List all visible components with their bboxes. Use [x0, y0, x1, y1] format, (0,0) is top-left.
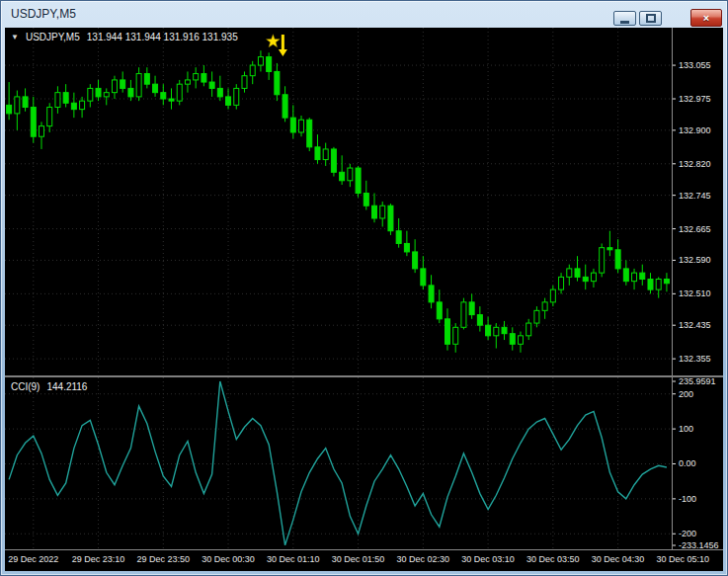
cci-indicator-chart[interactable]: 235.95912001000.00-100-200-233.1456 [5, 377, 723, 549]
minimize-button[interactable] [613, 11, 636, 26]
price-axis-label: 132.665 [679, 224, 711, 234]
chevron-down-icon[interactable]: ▼ [11, 33, 19, 41]
cci-axis-label: 200 [679, 389, 693, 399]
cci-axis-label: -100 [679, 494, 696, 504]
time-axis-label: 29 Dec 23:50 [137, 554, 191, 564]
indicator-label: CCI(9) 144.2116 [11, 381, 87, 392]
price-axis-label: 132.900 [679, 125, 711, 135]
time-axis-label: 30 Dec 00:30 [202, 554, 255, 564]
time-axis-label: 30 Dec 02:30 [397, 554, 450, 564]
cci-axis-label: -200 [679, 529, 696, 538]
time-axis-label: 30 Dec 04:30 [592, 554, 645, 564]
cci-axis-label: 100 [679, 424, 693, 434]
time-axis-label: 30 Dec 01:10 [267, 554, 320, 564]
cci-axis-label: 235.9591 [679, 377, 716, 386]
price-axis: 133.055132.975132.900132.820132.745132.6… [672, 28, 711, 375]
chart-ohlc-readout: ▼ USDJPY,M5 131.944 131.944 131.916 131.… [11, 32, 238, 42]
indicator-name: CCI(9) [11, 381, 40, 392]
minimize-icon [620, 21, 629, 24]
price-candlestick-chart[interactable]: 133.055132.975132.900132.820132.745132.6… [5, 28, 723, 375]
cci-grid [5, 377, 672, 549]
price-axis-label: 132.820 [679, 159, 711, 169]
cci-axis: 235.95912001000.00-100-200-233.1456 [672, 377, 719, 549]
signal-marker[interactable] [267, 35, 287, 56]
time-axis-label: 30 Dec 03:50 [526, 554, 580, 564]
price-axis-label: 132.745 [679, 191, 711, 201]
window-titlebar[interactable]: USDJPY,M5 × [1, 1, 727, 28]
cci-line [9, 381, 667, 545]
maximize-icon [646, 14, 656, 23]
time-axis-label: 30 Dec 05:10 [657, 554, 710, 564]
indicator-value: 144.2116 [46, 381, 87, 392]
price-axis-label: 132.975 [679, 94, 711, 104]
mt4-chart-window: USDJPY,M5 × 133.055132.975132.900132.820… [0, 0, 728, 576]
maximize-button[interactable] [639, 11, 662, 26]
time-axis-label: 30 Dec 01:50 [332, 554, 385, 564]
star-icon [267, 35, 281, 47]
price-axis-label: 132.435 [679, 320, 711, 330]
price-axis-label: 133.055 [679, 60, 711, 70]
price-axis-label: 132.590 [679, 255, 711, 265]
price-grid [5, 28, 672, 375]
cci-axis-label: 0.00 [679, 458, 696, 468]
price-axis-label: 132.355 [679, 354, 711, 364]
candlestick-series [7, 50, 670, 353]
time-axis: 29 Dec 202229 Dec 23:1029 Dec 23:5030 De… [5, 549, 723, 571]
window-title: USDJPY,M5 [11, 7, 76, 21]
down-arrow-icon [279, 35, 287, 56]
symbol-period-label: USDJPY,M5 [26, 32, 80, 42]
cci-axis-label: -233.1456 [679, 540, 719, 549]
time-axis-label: 29 Dec 2022 [8, 554, 58, 564]
close-button[interactable]: × [690, 9, 722, 27]
time-axis-label: 29 Dec 23:10 [72, 554, 125, 564]
time-axis-label: 30 Dec 03:10 [461, 554, 515, 564]
ohlc-values: 131.944 131.944 131.916 131.935 [87, 32, 238, 42]
price-axis-label: 132.510 [679, 288, 711, 298]
chart-client-area[interactable]: 133.055132.975132.900132.820132.745132.6… [5, 28, 723, 571]
